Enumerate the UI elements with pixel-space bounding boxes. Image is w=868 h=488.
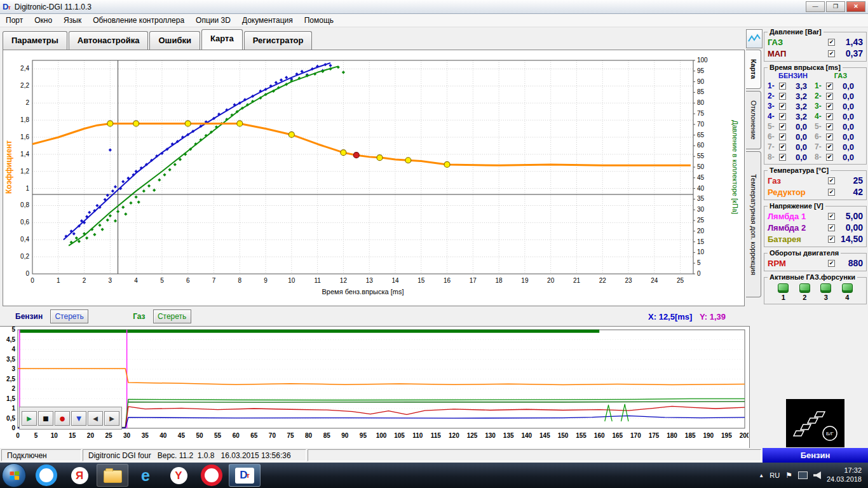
gas-channel-checkbox[interactable]	[826, 93, 833, 100]
close-button[interactable]: ✕	[846, 1, 865, 12]
gas-temperature-checkbox[interactable]	[828, 177, 835, 184]
gas-pressure-checkbox[interactable]	[828, 39, 835, 46]
record-button[interactable]: ●	[55, 411, 70, 426]
menu-item-window[interactable]: Окно	[29, 15, 58, 26]
tab-recorder[interactable]: Регистратор	[244, 31, 313, 50]
next-button[interactable]: ▶	[104, 411, 119, 426]
prev-button[interactable]: ◀	[88, 411, 103, 426]
svg-text:40: 40	[159, 432, 167, 439]
benzin-clear-button[interactable]: Стереть	[50, 309, 88, 323]
gas-channel-checkbox[interactable]	[826, 113, 833, 120]
svg-text:9: 9	[264, 277, 268, 284]
taskbar-browser-ring[interactable]	[31, 464, 62, 487]
stop-button[interactable]: ■	[38, 411, 53, 426]
recorder-panel[interactable]: 00,511,522,533,544,550510152025303540455…	[0, 326, 750, 448]
gas-channel-checkbox[interactable]	[826, 133, 833, 140]
browser-ring-icon	[36, 464, 57, 486]
menu-item-controller-update[interactable]: Обновление контроллера	[87, 15, 190, 26]
menu-item-documentation[interactable]: Документация	[236, 15, 299, 26]
svg-text:12: 12	[340, 277, 348, 284]
svg-text:6: 6	[186, 277, 190, 284]
svg-text:0: 0	[697, 270, 701, 277]
benzin-legend-label: Бензин	[15, 312, 43, 321]
svg-text:95: 95	[697, 67, 705, 74]
svg-text:0,2: 0,2	[20, 253, 29, 260]
tab-map[interactable]: Карта	[201, 29, 243, 50]
side-tab-map[interactable]: Карта	[746, 50, 761, 89]
svg-text:30: 30	[697, 206, 705, 213]
lambda-1-checkbox[interactable]	[828, 213, 835, 220]
live-data-panel: Давление [Bar] ГАЗ1,43МАП0,37 Время впры…	[764, 28, 867, 306]
svg-text:3: 3	[11, 365, 15, 372]
minimize-button[interactable]: —	[806, 1, 825, 12]
taskbar-opera[interactable]	[196, 464, 227, 487]
volume-icon[interactable]	[813, 471, 821, 479]
tab-parameters[interactable]: Параметры	[3, 31, 67, 50]
tab-autotune[interactable]: Автонастройка	[69, 31, 149, 50]
svg-text:75: 75	[287, 432, 294, 439]
clock[interactable]: 17:32 24.03.2018	[827, 466, 862, 484]
svg-text:55: 55	[214, 432, 222, 439]
injection-row: 2-3,22-0,0	[768, 91, 863, 101]
language-indicator[interactable]: RU	[770, 471, 780, 479]
maximize-button[interactable]: ❐	[826, 1, 845, 12]
svg-text:135: 135	[503, 432, 514, 439]
gas-row-number: 5-	[815, 122, 826, 131]
fuel-mode-indicator[interactable]: Бензин	[763, 448, 868, 463]
gas-channel-checkbox[interactable]	[826, 103, 833, 110]
gas-channel-checkbox[interactable]	[826, 83, 833, 90]
lambda-2-checkbox[interactable]	[828, 224, 835, 231]
gas-row-number: 7-	[815, 142, 826, 151]
chart-style-button[interactable]	[746, 29, 763, 48]
marker-button[interactable]: ▼	[71, 411, 86, 426]
play-button[interactable]: ▶	[22, 411, 37, 426]
gas-channel-checkbox[interactable]	[826, 144, 833, 151]
gas-channel-checkbox[interactable]	[826, 154, 833, 161]
benzin-channel-checkbox[interactable]	[779, 83, 786, 90]
gas-channel-checkbox[interactable]	[826, 123, 833, 130]
map-pressure-checkbox[interactable]	[828, 50, 835, 57]
map-chart[interactable]: 0123456789101112131415161718192021222324…	[3, 50, 744, 306]
benzin-channel-checkbox[interactable]	[779, 144, 786, 151]
internet-explorer-icon: e	[141, 468, 150, 484]
svg-text:11: 11	[314, 277, 321, 284]
benzin-channel-checkbox[interactable]	[779, 93, 786, 100]
benzin-channel-checkbox[interactable]	[779, 123, 786, 130]
svg-text:2,2: 2,2	[20, 82, 29, 89]
taskbar-yandex-browser[interactable]: Я	[64, 464, 95, 487]
svg-text:105: 105	[394, 432, 405, 439]
benzin-channel-checkbox[interactable]	[779, 113, 786, 120]
side-tab-deviation[interactable]: Отклонение	[746, 91, 761, 149]
svg-text:20: 20	[87, 432, 95, 439]
svg-text:35: 35	[697, 195, 705, 202]
svg-text:125: 125	[467, 432, 478, 439]
svg-text:90: 90	[341, 432, 349, 439]
benzin-channel-checkbox[interactable]	[779, 133, 786, 140]
taskbar-explorer[interactable]	[97, 464, 128, 487]
benzin-channel-checkbox[interactable]	[779, 103, 786, 110]
tray-expand-icon[interactable]: ▲	[759, 473, 764, 478]
start-button[interactable]	[2, 463, 26, 487]
map-chart-panel[interactable]: 0123456789101112131415161718192021222324…	[3, 50, 745, 306]
gas-injector-indicator: 2	[799, 283, 810, 301]
side-tab-temp-correction[interactable]: Температурная доп. коррекция	[746, 151, 761, 297]
taskbar-internet-explorer[interactable]: e	[130, 464, 161, 487]
svg-text:35: 35	[142, 432, 149, 439]
rpm-checkbox[interactable]	[828, 260, 835, 267]
battery-checkbox[interactable]	[828, 236, 835, 243]
reducer-temperature-checkbox[interactable]	[828, 189, 835, 196]
action-center-icon[interactable]: ⚑	[785, 471, 792, 480]
benzin-row-number: 7-	[768, 142, 779, 151]
gas-row-number: 1-	[815, 81, 826, 90]
network-icon[interactable]	[798, 471, 808, 479]
taskbar-digitronic[interactable]: Dт	[229, 464, 261, 487]
benzin-channel-checkbox[interactable]	[779, 154, 786, 161]
taskbar-yandex-search[interactable]: Y	[163, 464, 194, 487]
tab-errors[interactable]: Ошибки	[149, 31, 200, 50]
menu-item-options-3d[interactable]: Опции 3D	[190, 15, 236, 26]
menu-item-language[interactable]: Язык	[58, 15, 87, 26]
gas-clear-button[interactable]: Стереть	[153, 309, 191, 323]
side-tab-bar: КартаОтклонениеТемпературная доп. коррек…	[746, 50, 761, 299]
menu-item-help[interactable]: Помощь	[299, 15, 339, 26]
menu-item-port[interactable]: Порт	[0, 15, 29, 26]
